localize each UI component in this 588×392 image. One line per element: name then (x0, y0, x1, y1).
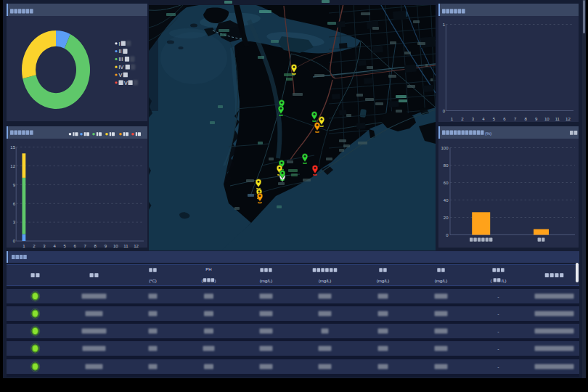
svg-text:-: - (497, 364, 499, 369)
svg-text:0: 0 (443, 109, 446, 113)
svg-text:PH: PH (205, 266, 211, 271)
svg-text:6: 6 (73, 244, 76, 248)
svg-text:1: 1 (451, 117, 454, 121)
svg-text:1: 1 (23, 244, 25, 248)
svg-text:7: 7 (83, 244, 86, 248)
svg-text:12: 12 (565, 117, 571, 121)
svg-text:(%): (%) (485, 131, 491, 136)
svg-text:10: 10 (544, 117, 550, 121)
svg-text:6: 6 (503, 117, 506, 121)
svg-text:5: 5 (63, 244, 66, 248)
svg-text:-: - (497, 346, 499, 351)
svg-text:12: 12 (134, 244, 139, 248)
svg-text:(: ( (201, 278, 203, 282)
svg-text:10: 10 (113, 244, 118, 248)
svg-text:I: I (118, 41, 120, 46)
svg-text:8: 8 (525, 117, 528, 121)
svg-text:-: - (497, 311, 499, 316)
svg-text:V: V (123, 81, 127, 86)
svg-text:3: 3 (43, 244, 46, 248)
svg-text:7: 7 (514, 117, 517, 121)
svg-text:4: 4 (482, 117, 485, 121)
svg-text:11: 11 (123, 244, 128, 248)
svg-text:1: 1 (443, 23, 446, 27)
svg-text:4: 4 (53, 244, 56, 248)
svg-text:II: II (118, 49, 121, 54)
svg-text:60: 60 (444, 181, 449, 185)
svg-text:(°C): (°C) (149, 278, 157, 282)
svg-text:100: 100 (441, 146, 449, 150)
svg-text:80: 80 (444, 163, 449, 168)
svg-text:20: 20 (444, 216, 449, 220)
svg-text:(mg/L): (mg/L) (318, 278, 330, 282)
svg-text:2: 2 (33, 244, 36, 248)
svg-text:0: 0 (12, 239, 15, 243)
svg-text:III: III (118, 57, 123, 62)
svg-text:6: 6 (12, 202, 15, 206)
svg-text:9: 9 (104, 244, 107, 248)
svg-text:(mg/L): (mg/L) (376, 278, 388, 282)
svg-text:IV: IV (118, 65, 123, 70)
svg-text:11: 11 (555, 117, 560, 121)
svg-text:3: 3 (472, 117, 475, 121)
svg-text:V: V (118, 73, 122, 78)
svg-text:-: - (497, 293, 499, 298)
svg-text:0: 0 (446, 233, 449, 237)
svg-text:(: ( (490, 278, 491, 282)
svg-text:(mg/L): (mg/L) (259, 278, 271, 282)
svg-text:40: 40 (444, 198, 449, 203)
svg-text:9: 9 (535, 117, 538, 121)
svg-text:): ) (214, 278, 216, 282)
svg-text:5: 5 (493, 117, 496, 121)
svg-text:8: 8 (94, 244, 97, 248)
svg-text:3: 3 (12, 220, 15, 224)
svg-text:15: 15 (10, 145, 15, 150)
svg-text:-: - (497, 329, 499, 334)
svg-text:/L): /L) (501, 278, 506, 282)
svg-text:(mg/L): (mg/L) (434, 278, 446, 282)
svg-text:9: 9 (12, 183, 15, 187)
svg-text:12: 12 (10, 164, 15, 168)
svg-text:2: 2 (461, 117, 464, 121)
